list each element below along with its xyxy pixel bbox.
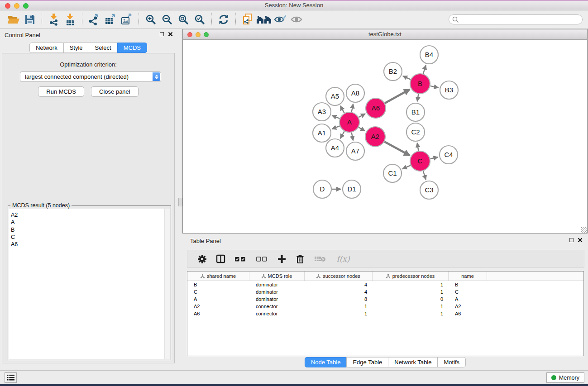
cell-shared-name[interactable]: A xyxy=(187,295,249,303)
node-B2[interactable]: B2 xyxy=(384,62,402,81)
splitter-grip-vertical[interactable] xyxy=(178,198,182,206)
cell-successor-nodes[interactable]: 4 xyxy=(305,281,373,288)
result-item-b[interactable]: B xyxy=(11,226,164,234)
edge-A-A1[interactable] xyxy=(332,126,339,129)
cell-name[interactable]: A6 xyxy=(449,310,487,317)
edge-C-C2[interactable] xyxy=(417,143,419,151)
refresh-layout-button[interactable] xyxy=(215,12,232,27)
node-C4[interactable]: C4 xyxy=(440,146,458,164)
cell-name[interactable]: A2 xyxy=(449,303,487,310)
close-table-panel-icon[interactable] xyxy=(578,238,583,243)
tab-style[interactable]: Style xyxy=(63,43,89,53)
tab-motifs[interactable]: Motifs xyxy=(437,357,466,367)
export-network-button[interactable] xyxy=(86,12,102,27)
node-A5[interactable]: A5 xyxy=(326,87,344,105)
delete-table-button-disabled[interactable] xyxy=(313,253,327,265)
edge-A6-B[interactable] xyxy=(385,90,410,103)
cell-predecessor-nodes[interactable]: 1 xyxy=(373,281,449,288)
task-history-button[interactable] xyxy=(5,372,17,383)
show-columns-button[interactable] xyxy=(215,253,226,265)
network-canvas[interactable]: B4B2BB3A5A8A6A3AB1A1C2A2A4A7C4CC1C3DD1 xyxy=(183,40,587,233)
network-window-titlebar[interactable]: testGlobe.txt xyxy=(183,29,587,40)
close-panel-button[interactable]: Close panel xyxy=(91,86,139,97)
cell-mcds-role[interactable]: dominator xyxy=(249,295,305,303)
tab-network-table[interactable]: Network Table xyxy=(388,357,438,367)
cell-successor-nodes[interactable]: 1 xyxy=(305,303,373,310)
node-C2[interactable]: C2 xyxy=(406,123,425,141)
minimize-window-button[interactable] xyxy=(14,3,19,9)
tab-select[interactable]: Select xyxy=(89,43,118,53)
edge-C-C4[interactable] xyxy=(430,157,438,159)
export-image-button[interactable] xyxy=(119,12,135,27)
column-header-mcds-role[interactable]: MCDS role xyxy=(249,272,305,281)
table-row-a[interactable]: Adominator80A xyxy=(187,295,583,303)
cell-successor-nodes[interactable]: 4 xyxy=(305,288,373,295)
node-A1[interactable]: A1 xyxy=(313,124,331,142)
zoom-in-button[interactable] xyxy=(143,12,159,27)
cell-successor-nodes[interactable]: 1 xyxy=(305,310,373,317)
node-A7[interactable]: A7 xyxy=(346,142,364,160)
node-A[interactable]: A xyxy=(339,112,359,132)
node-A6[interactable]: A6 xyxy=(366,98,386,118)
zoom-selected-button[interactable] xyxy=(191,12,208,27)
network-minimize-button[interactable] xyxy=(196,32,201,37)
column-header-successor-nodes[interactable]: successor nodes xyxy=(305,272,373,281)
deselect-all-button[interactable] xyxy=(255,253,268,265)
edge-A-A6[interactable] xyxy=(359,114,365,117)
column-header-shared-name[interactable]: shared name xyxy=(187,272,249,281)
table-row-a6[interactable]: A6connector11A6 xyxy=(187,310,583,317)
edge-A-A4[interactable] xyxy=(340,131,344,138)
edge-B-B2[interactable] xyxy=(403,76,411,80)
edge-A-A8[interactable] xyxy=(352,104,354,112)
node-C3[interactable]: C3 xyxy=(420,181,438,199)
memory-button[interactable]: Memory xyxy=(546,372,584,383)
result-item-c[interactable]: C xyxy=(11,234,164,241)
zoom-fit-button[interactable] xyxy=(175,12,191,27)
float-panel-icon[interactable] xyxy=(160,32,164,36)
tab-network[interactable]: Network xyxy=(29,43,64,53)
window-resize-grip[interactable] xyxy=(581,227,587,233)
network-close-button[interactable] xyxy=(187,32,192,37)
cell-predecessor-nodes[interactable]: 1 xyxy=(373,288,449,295)
edge-B-B1[interactable] xyxy=(417,94,419,102)
node-A2[interactable]: A2 xyxy=(365,127,385,147)
search-input[interactable] xyxy=(449,14,583,24)
edge-A2-C[interactable] xyxy=(384,142,410,156)
node-B4[interactable]: B4 xyxy=(420,46,438,64)
edge-A-A2[interactable] xyxy=(359,127,365,131)
cell-shared-name[interactable]: A6 xyxy=(187,310,249,317)
tab-node-table[interactable]: Node Table xyxy=(305,357,347,367)
column-header-name[interactable]: name xyxy=(449,272,487,281)
hide-selected-button[interactable] xyxy=(272,12,288,27)
cell-shared-name[interactable]: B xyxy=(187,281,249,288)
import-network-button[interactable] xyxy=(46,12,62,27)
float-table-panel-icon[interactable] xyxy=(569,238,574,242)
edge-A-A3[interactable] xyxy=(332,115,339,118)
criterion-dropdown[interactable]: largest connected component (directed) xyxy=(20,71,161,82)
cell-mcds-role[interactable]: dominator xyxy=(249,281,305,288)
edge-B-B4[interactable] xyxy=(423,65,426,74)
node-C[interactable]: C xyxy=(410,151,430,171)
table-row-a2[interactable]: A2connector11A2 xyxy=(187,303,583,310)
cell-shared-name[interactable]: A2 xyxy=(187,303,249,310)
tab-edge-table[interactable]: Edge Table xyxy=(346,357,388,367)
node-A8[interactable]: A8 xyxy=(346,84,364,102)
show-all-button[interactable] xyxy=(288,12,305,27)
result-item-a2[interactable]: A2 xyxy=(11,211,164,219)
tab-mcds[interactable]: MCDS xyxy=(117,43,147,53)
cell-predecessor-nodes[interactable]: 1 xyxy=(373,310,449,317)
first-neighbors-button[interactable] xyxy=(256,12,272,27)
node-B1[interactable]: B1 xyxy=(406,103,425,121)
cell-name[interactable]: B xyxy=(449,281,487,288)
cell-mcds-role[interactable]: connector xyxy=(249,310,305,317)
cell-shared-name[interactable]: C xyxy=(187,288,249,295)
node-A3[interactable]: A3 xyxy=(313,103,331,121)
edge-A-A7[interactable] xyxy=(352,133,354,141)
edge-C-C3[interactable] xyxy=(423,171,426,180)
zoom-window-button[interactable] xyxy=(23,3,29,9)
node-D1[interactable]: D1 xyxy=(343,180,361,198)
node-A4[interactable]: A4 xyxy=(326,139,344,157)
network-canvas-svg[interactable]: B4B2BB3A5A8A6A3AB1A1C2A2A4A7C4CC1C3DD1 xyxy=(183,40,587,233)
cell-successor-nodes[interactable]: 8 xyxy=(305,295,373,303)
export-table-button[interactable] xyxy=(102,12,119,27)
